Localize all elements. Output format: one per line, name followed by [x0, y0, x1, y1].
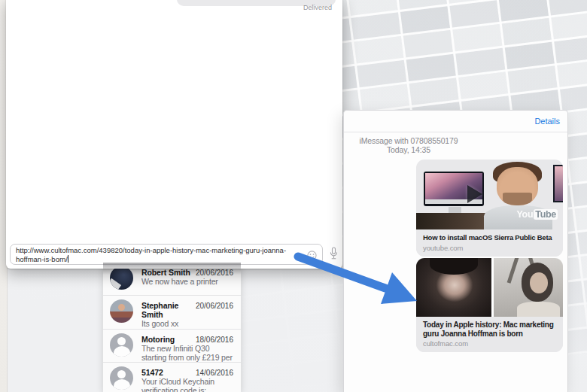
- conversation-date: 20/06/2016: [196, 302, 233, 310]
- link-title: Today in Apple history: Mac marketing gu…: [423, 321, 556, 338]
- link-title: How to install macOS Sierra Public Beta: [423, 233, 556, 242]
- message-input-text: http://www.cultofmac.com/439820/today-in…: [16, 246, 286, 263]
- article-thumbnails: [416, 258, 563, 317]
- text-caret: [68, 255, 68, 263]
- youtube-video-thumbnail: YouTube: [416, 160, 563, 229]
- delivered-status: Delivered: [303, 4, 332, 11]
- conversation-toolbar: Details: [344, 111, 567, 132]
- link-domain: youtube.com: [423, 244, 556, 252]
- conversation-list-item[interactable]: Motoring 18/06/2016 The new Infiniti Q30…: [103, 329, 241, 362]
- link-preview-caption: How to install macOS Sierra Public Beta …: [416, 229, 563, 257]
- conversation-date: 18/06/2016: [196, 336, 233, 344]
- play-icon: [467, 185, 482, 203]
- portrait-photo-left: [416, 258, 491, 317]
- contact-name: Stephanie Smith: [141, 301, 196, 319]
- details-button[interactable]: Details: [534, 111, 560, 132]
- link-preview-youtube[interactable]: YouTube How to install macOS Sierra Publ…: [416, 160, 563, 257]
- message-preview: Its good xx: [141, 320, 233, 329]
- composite-screenshot: Robert Smith 20/06/2016 We now have a pr…: [0, 0, 587, 392]
- contact-name: Motoring: [141, 335, 175, 344]
- chat-header: iMessage with 07808550179 Today, 14:35: [344, 136, 473, 154]
- conversation-date: 20/06/2016: [196, 269, 233, 277]
- microphone-icon[interactable]: [330, 247, 338, 260]
- message-preview: Your iCloud Keychain verification code i…: [141, 378, 233, 392]
- emoji-picker-icon[interactable]: [307, 251, 317, 260]
- message-input[interactable]: http://www.cultofmac.com/439820/today-in…: [10, 244, 323, 265]
- link-preview-article[interactable]: Today in Apple history: Mac marketing gu…: [416, 258, 563, 352]
- portrait-photo-right: [494, 258, 563, 317]
- imessage-with-label: iMessage with 07808550179: [344, 136, 473, 145]
- conversation-list-item[interactable]: 51472 14/06/2016 Your iCloud Keychain ve…: [103, 362, 241, 392]
- conversation-list-item[interactable]: Stephanie Smith 20/06/2016 Its good xx: [103, 295, 241, 329]
- avatar: [110, 266, 133, 290]
- conversation-list: Robert Smith 20/06/2016 We now have a pr…: [103, 263, 241, 392]
- contact-name: 51472: [141, 368, 163, 377]
- avatar: [110, 299, 133, 323]
- link-domain: cultofmac.com: [423, 339, 556, 348]
- timestamp-label: Today, 14:35: [344, 145, 473, 154]
- monitor-graphic: [553, 165, 563, 202]
- contact-name: Robert Smith: [141, 268, 190, 277]
- message-preview: We now have a printer: [141, 278, 233, 287]
- conversation-date: 14/06/2016: [196, 369, 233, 377]
- person-icon: [110, 333, 133, 357]
- person-icon: [110, 366, 133, 390]
- conversation-window: Details iMessage with 07808550179 Today,…: [343, 110, 568, 392]
- link-preview-caption: Today in Apple history: Mac marketing gu…: [416, 317, 563, 352]
- compose-window: Delivered http://www.cultofmac.com/43982…: [6, 0, 342, 269]
- message-preview: The new Infiniti Q30 starting from only …: [141, 345, 233, 362]
- youtube-logo: YouTube: [516, 209, 558, 220]
